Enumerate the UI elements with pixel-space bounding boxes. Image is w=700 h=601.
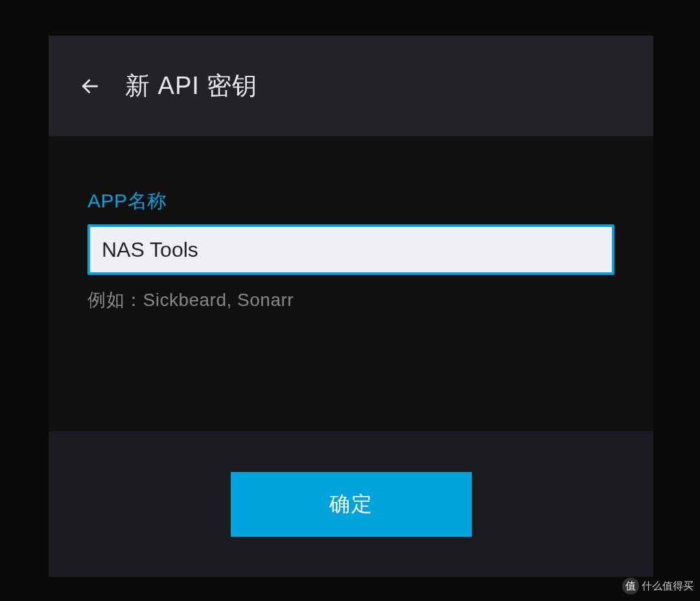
back-button[interactable] <box>75 71 106 102</box>
dialog-footer: 确定 <box>49 431 653 577</box>
new-api-key-dialog: 新 API 密钥 APP名称 例如：Sickbeard, Sonarr 确定 <box>49 36 653 577</box>
dialog-body: APP名称 例如：Sickbeard, Sonarr <box>49 136 653 431</box>
watermark-badge-icon: 值 <box>622 578 639 595</box>
dialog-title: 新 API 密钥 <box>125 69 257 102</box>
app-name-input[interactable] <box>88 224 614 275</box>
arrow-left-icon <box>80 76 100 97</box>
ok-button[interactable]: 确定 <box>231 472 472 537</box>
watermark: 值 什么值得买 <box>622 578 694 595</box>
dialog-header: 新 API 密钥 <box>49 36 653 136</box>
app-name-hint: 例如：Sickbeard, Sonarr <box>88 288 614 312</box>
watermark-text: 什么值得买 <box>642 580 694 593</box>
app-name-label: APP名称 <box>88 188 614 215</box>
